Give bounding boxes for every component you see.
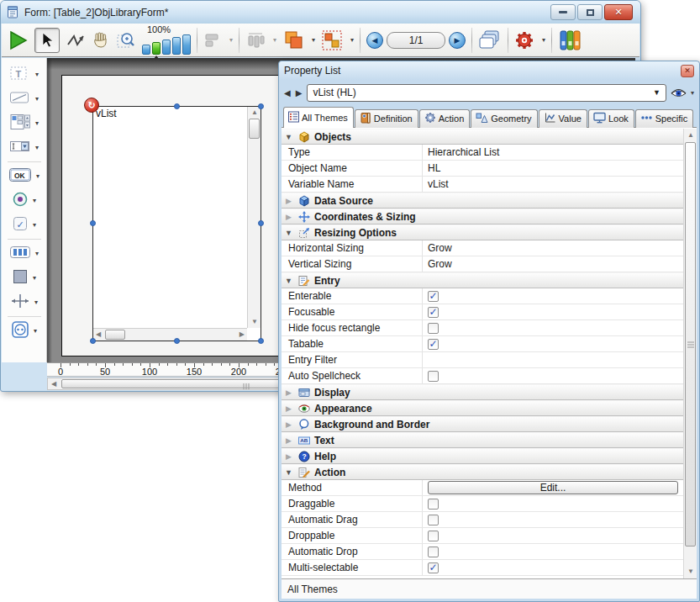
- selection-handle-bottom-left[interactable]: [90, 338, 96, 344]
- hierarchical-list-object[interactable]: vList ▲ ▼ ◀ ▶: [92, 106, 261, 341]
- selection-handle-top-mid[interactable]: [174, 103, 180, 109]
- view-options-eye-icon[interactable]: [671, 87, 687, 99]
- tab-specific[interactable]: Specific: [635, 109, 694, 128]
- selection-handle-bottom-right[interactable]: [258, 338, 264, 344]
- tab-action[interactable]: Action: [419, 109, 471, 128]
- radio-button-tool[interactable]: ▾: [12, 188, 36, 213]
- draggable-checkbox[interactable]: [428, 499, 439, 510]
- scroll-right-icon[interactable]: ▶: [239, 331, 245, 338]
- entry-order-tool-button[interactable]: [66, 32, 86, 49]
- property-list-titlebar[interactable]: Property List ✕: [279, 61, 699, 80]
- level-dropdown-arrow[interactable]: ▾: [312, 36, 315, 44]
- scroll-down-icon[interactable]: ▼: [687, 568, 694, 575]
- automatic-drag-checkbox[interactable]: [428, 515, 439, 525]
- rectangle-tool[interactable]: ▾: [12, 266, 36, 290]
- section-text[interactable]: ▶ABText: [282, 432, 683, 448]
- move-hand-tool-button[interactable]: [92, 31, 110, 50]
- property-list-scrollbar[interactable]: ▲ ▼: [683, 129, 697, 578]
- static-text-tool-dropdown-arrow[interactable]: ▾: [35, 71, 39, 78]
- property-value[interactable]: [423, 352, 683, 367]
- zoom-800-button[interactable]: [182, 34, 191, 55]
- line-tool[interactable]: ▾: [9, 87, 39, 111]
- tab-geometry[interactable]: Geometry: [471, 109, 537, 128]
- selection-handle-bottom-mid[interactable]: [174, 338, 180, 344]
- static-text-tool[interactable]: T▾: [9, 62, 39, 87]
- scroll-left-icon[interactable]: ◀: [96, 331, 101, 338]
- property-value[interactable]: vList: [423, 177, 683, 192]
- next-page-button[interactable]: ▶: [449, 32, 466, 49]
- gear-dropdown-arrow[interactable]: ▾: [542, 36, 545, 44]
- zoom-100-button[interactable]: [152, 42, 161, 55]
- line-tool-dropdown-arrow[interactable]: ▾: [35, 95, 39, 103]
- combo-box-tool-dropdown-arrow[interactable]: ▾: [35, 144, 39, 151]
- check-box-tool[interactable]: ✓▾: [12, 213, 36, 237]
- section-entry[interactable]: ▼Entry: [282, 272, 683, 288]
- section-data-source[interactable]: ▶Data Source: [282, 193, 683, 209]
- scrollbar-thumb[interactable]: [685, 142, 696, 547]
- section-appearance[interactable]: ▶Appearance: [282, 400, 683, 416]
- zoom-50-button[interactable]: [142, 45, 150, 55]
- execute-form-button[interactable]: [7, 29, 29, 51]
- zoom-tool-button[interactable]: [116, 30, 136, 50]
- plugin-area-tool-dropdown-arrow[interactable]: ▾: [34, 327, 37, 335]
- selection-handle-top-right[interactable]: [258, 103, 264, 109]
- section-objects[interactable]: ▼Objects: [282, 129, 683, 145]
- tab-definition[interactable]: Definition: [355, 109, 418, 128]
- splitter-tool-dropdown-arrow[interactable]: ▾: [34, 298, 38, 306]
- scroll-down-icon[interactable]: ▼: [251, 319, 258, 325]
- scroll-left-icon[interactable]: ◀: [51, 381, 56, 388]
- section-help[interactable]: ▶?Help: [282, 448, 683, 464]
- property-value[interactable]: Hierarchical List: [423, 145, 683, 160]
- multi-selectable-checkbox[interactable]: ✓: [428, 562, 439, 573]
- section-background-and-border[interactable]: ▶Background and Border: [282, 416, 683, 432]
- property-value[interactable]: HL: [423, 161, 683, 176]
- tab-all-themes[interactable]: All Themes: [283, 107, 354, 128]
- push-button-tool-dropdown-arrow[interactable]: ▾: [36, 172, 39, 180]
- selection-handle-mid-left[interactable]: [90, 220, 96, 226]
- events-badge[interactable]: ↻: [84, 98, 99, 113]
- gear-menu-button[interactable]: [514, 30, 534, 50]
- group-dropdown-arrow[interactable]: ▾: [350, 36, 354, 44]
- check-box-tool-dropdown-arrow[interactable]: ▾: [33, 221, 36, 229]
- tab-look[interactable]: Look: [588, 109, 634, 128]
- button-grid-tool[interactable]: ▾: [9, 241, 39, 266]
- combo-box-tool[interactable]: ▾: [9, 135, 39, 160]
- section-action[interactable]: ▼Action: [282, 464, 683, 480]
- section-resizing-options[interactable]: ▼Resizing Options: [282, 224, 683, 240]
- push-button-tool[interactable]: OK▾: [8, 164, 39, 188]
- property-value[interactable]: Grow: [423, 256, 683, 272]
- next-object-button[interactable]: ▶: [296, 88, 303, 98]
- enterable-checkbox[interactable]: ✓: [428, 291, 439, 302]
- list-box-tool-dropdown-arrow[interactable]: ▾: [35, 119, 39, 127]
- method-edit-button[interactable]: Edit...: [428, 481, 678, 494]
- titlebar[interactable]: Form: [Table_2]ObjLibraryForm* ✕: [1, 1, 640, 24]
- scroll-up-icon[interactable]: ▲: [687, 132, 694, 139]
- object-horizontal-scrollbar[interactable]: ◀ ▶: [93, 328, 247, 341]
- close-button[interactable]: ✕: [604, 4, 633, 20]
- tabable-checkbox[interactable]: ✓: [428, 339, 439, 350]
- droppable-checkbox[interactable]: [428, 531, 439, 541]
- maximize-button[interactable]: [577, 4, 603, 20]
- property-list-close-button[interactable]: ✕: [681, 65, 694, 77]
- object-selector-combobox[interactable]: vList (HL) ▼: [307, 84, 666, 102]
- hide-focus-rectangle-checkbox[interactable]: [428, 323, 439, 334]
- scrollbar-thumb[interactable]: [105, 330, 125, 340]
- property-value[interactable]: Grow: [423, 240, 683, 256]
- auto-spellcheck-checkbox[interactable]: [428, 371, 439, 382]
- eye-dropdown-arrow[interactable]: ▾: [691, 89, 694, 97]
- zoom-200-button[interactable]: [162, 40, 171, 55]
- focusable-checkbox[interactable]: ✓: [428, 307, 439, 318]
- rectangle-tool-dropdown-arrow[interactable]: ▾: [33, 274, 36, 282]
- splitter-tool[interactable]: ▾: [10, 290, 38, 314]
- previous-object-button[interactable]: ◀: [284, 88, 292, 98]
- level-button[interactable]: [282, 29, 304, 51]
- button-grid-tool-dropdown-arrow[interactable]: ▾: [35, 250, 39, 257]
- display-pages-button[interactable]: [478, 29, 502, 51]
- automatic-drop-checkbox[interactable]: [428, 547, 439, 557]
- previous-page-button[interactable]: ◀: [366, 32, 383, 49]
- plugin-area-tool[interactable]: ▾: [11, 319, 37, 343]
- minimize-button[interactable]: [550, 4, 576, 20]
- select-tool-button[interactable]: [34, 28, 60, 53]
- zoom-400-button[interactable]: [172, 37, 181, 55]
- selection-handle-mid-right[interactable]: [258, 220, 264, 226]
